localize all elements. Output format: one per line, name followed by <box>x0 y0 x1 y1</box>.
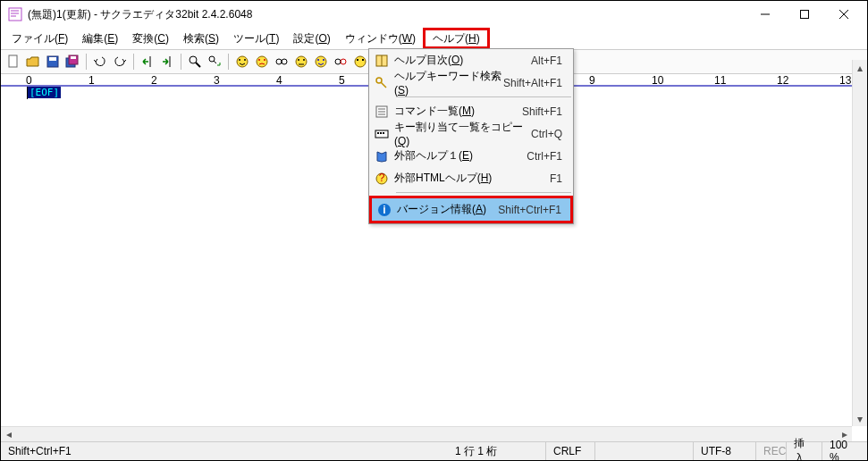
svg-point-26 <box>276 59 282 64</box>
status-empty <box>595 442 694 460</box>
svg-point-30 <box>303 59 305 61</box>
menu-external-help[interactable]: 外部ヘルプ１(E) Ctrl+F1 <box>369 145 573 167</box>
svg-point-34 <box>323 59 324 61</box>
status-hint: Shift+Ctrl+F1 <box>1 442 448 460</box>
svg-rect-0 <box>9 8 21 21</box>
svg-rect-5 <box>801 11 809 19</box>
help-book-icon <box>369 54 394 68</box>
menu-help[interactable]: ヘルプ(H) <box>423 28 490 49</box>
svg-line-19 <box>214 61 216 63</box>
svg-point-37 <box>355 56 366 67</box>
svg-point-32 <box>316 56 326 67</box>
info-icon: i <box>372 203 397 217</box>
html-help-icon: ? <box>369 172 394 186</box>
menu-divider <box>396 96 571 97</box>
menu-search[interactable]: 検索(S) <box>176 28 226 49</box>
status-rec: REC <box>756 442 787 460</box>
status-encoding: UTF-8 <box>694 442 756 460</box>
search-pair2-button[interactable] <box>332 53 350 71</box>
svg-text:i: i <box>383 204 385 216</box>
menu-about[interactable]: i バージョン情報(A) Shift+Ctrl+F1 <box>369 196 573 223</box>
menu-tools[interactable]: ツール(T) <box>226 28 286 49</box>
keyboard-icon <box>369 127 394 141</box>
svg-point-28 <box>296 56 307 67</box>
svg-point-36 <box>341 59 346 64</box>
help-menu-dropdown: ヘルプ目次(O) Alt+F1 ヘルプキーワード検索(S) Shift+Alt+… <box>368 48 574 224</box>
svg-rect-13 <box>71 56 76 59</box>
minimize-button[interactable] <box>746 2 785 27</box>
menu-help-keyword-search[interactable]: ヘルプキーワード検索(S) Shift+Alt+F1 <box>369 71 573 94</box>
svg-line-46 <box>381 82 386 88</box>
horizontal-scrollbar[interactable]: ◂ ▸ <box>1 426 852 441</box>
svg-point-35 <box>335 59 341 64</box>
save-all-button[interactable] <box>63 53 81 71</box>
svg-point-21 <box>239 59 240 61</box>
indent-left-button[interactable] <box>139 53 156 71</box>
svg-point-24 <box>258 59 260 61</box>
vertical-scrollbar[interactable]: ▴ ▾ <box>852 60 867 426</box>
svg-point-20 <box>237 56 248 67</box>
svg-point-25 <box>264 59 265 61</box>
svg-point-16 <box>190 56 197 63</box>
menu-window[interactable]: ウィンドウ(W) <box>338 28 423 49</box>
menu-convert[interactable]: 変換(C) <box>125 28 176 49</box>
indent-right-button[interactable] <box>158 53 176 71</box>
svg-point-23 <box>257 56 267 67</box>
status-insert: 挿入 <box>787 442 822 460</box>
save-button[interactable] <box>44 53 62 71</box>
face4-icon[interactable] <box>312 53 330 71</box>
menu-external-html-help[interactable]: ? 外部HTMLヘルプ(H) F1 <box>369 167 573 189</box>
svg-rect-52 <box>377 132 379 134</box>
menu-copy-key-assignments[interactable]: キー割り当て一覧をコピー(Q) Ctrl+Q <box>369 122 573 145</box>
svg-text:?: ? <box>379 172 385 184</box>
svg-rect-8 <box>9 55 17 67</box>
svg-point-29 <box>298 59 299 61</box>
eof-marker: [EOF] <box>28 87 61 98</box>
redo-button[interactable] <box>111 53 129 71</box>
menu-edit[interactable]: 編集(E) <box>75 28 125 49</box>
menu-settings[interactable]: 設定(O) <box>286 28 337 49</box>
scroll-down-icon[interactable]: ▾ <box>853 411 867 426</box>
status-zoom: 100 % <box>822 442 867 460</box>
status-position: 1 行 1 桁 <box>448 442 546 460</box>
new-file-button[interactable] <box>4 53 22 71</box>
face1-icon[interactable] <box>233 53 251 71</box>
window-title: (無題)1(更新) - サクラエディタ32bit 2.4.2.6048 <box>28 7 746 22</box>
menubar: ファイル(F) 編集(E) 変換(C) 検索(S) ツール(T) 設定(O) ウ… <box>1 28 867 49</box>
statusbar: Shift+Ctrl+F1 1 行 1 桁 CRLF UTF-8 REC 挿入 … <box>1 441 867 460</box>
search-next-button[interactable] <box>206 53 223 71</box>
scroll-up-icon[interactable]: ▴ <box>853 60 867 75</box>
svg-rect-54 <box>383 132 384 134</box>
undo-button[interactable] <box>91 53 109 71</box>
svg-point-27 <box>282 59 287 64</box>
search-pair-button[interactable] <box>273 53 291 71</box>
face5-icon[interactable] <box>351 53 369 71</box>
list-icon <box>369 105 394 119</box>
open-file-button[interactable] <box>24 53 42 71</box>
titlebar: (無題)1(更新) - サクラエディタ32bit 2.4.2.6048 <box>1 1 867 28</box>
close-button[interactable] <box>824 2 864 27</box>
scroll-left-icon[interactable]: ◂ <box>1 427 16 441</box>
face3-icon[interactable] <box>292 53 310 71</box>
app-icon <box>8 7 22 21</box>
svg-line-17 <box>196 63 200 67</box>
book-icon <box>369 149 394 163</box>
menu-divider <box>396 192 571 193</box>
main-window: (無題)1(更新) - サクラエディタ32bit 2.4.2.6048 ファイル… <box>0 0 868 461</box>
svg-point-33 <box>317 59 319 61</box>
menu-file[interactable]: ファイル(F) <box>4 28 75 49</box>
status-eol: CRLF <box>546 442 595 460</box>
svg-rect-10 <box>49 57 56 61</box>
search-button[interactable] <box>186 53 204 71</box>
help-key-icon <box>369 76 394 90</box>
maximize-button[interactable] <box>785 2 824 27</box>
face2-icon[interactable] <box>253 53 271 71</box>
svg-rect-53 <box>380 132 382 134</box>
svg-point-22 <box>244 59 246 61</box>
